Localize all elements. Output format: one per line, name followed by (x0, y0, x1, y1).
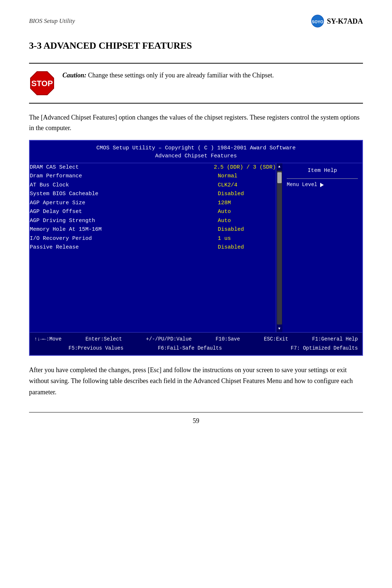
scroll-down-arrow[interactable]: ▼ (278, 326, 280, 331)
list-item[interactable]: I/O Recovery Period 1 us (30, 234, 276, 243)
cmos-title-line2: Advanced Chipset Features (30, 152, 362, 161)
item-label-3: System BIOS Cacheable (30, 190, 98, 198)
page-footer: 59 (29, 412, 363, 426)
bios-title: BIOS Setup Utility (29, 16, 75, 26)
item-label-5: AGP Delay Offset (30, 208, 82, 216)
cmos-title-line1: CMOS Setup Utility – Copyright ( C ) 198… (30, 144, 362, 153)
item-label-0: DRAM CAS Select (30, 164, 79, 172)
item-label-7: Memory Hole At 15M-16M (30, 226, 102, 234)
footer-move-label: ↑↓→←:Move (34, 335, 62, 343)
cmos-footer-row-1: ↑↓→←:Move Enter:Select +/-/PU/PD:Value F… (34, 335, 358, 344)
footer-save-label: F10:Save (216, 335, 240, 343)
page-header: BIOS Setup Utility SOYO SY-K7ADA (29, 15, 363, 28)
footer-select-label: Enter:Select (85, 335, 122, 343)
logo-text: SY-K7ADA (327, 16, 363, 27)
item-value-5: Auto (218, 208, 276, 216)
menu-level-arrow-icon (320, 183, 324, 187)
item-value-6: Auto (218, 217, 276, 225)
item-label-9: Passive Release (30, 243, 79, 252)
cmos-body: DRAM CAS Select 2.5 (DDR) / 3 (SDR) Dram… (30, 163, 362, 332)
stop-sign-icon: STOP (29, 70, 55, 96)
cmos-box: CMOS Setup Utility – Copyright ( C ) 198… (29, 140, 363, 356)
item-label-2: AT Bus Clock (30, 181, 69, 190)
item-value-9: Disabled (218, 243, 276, 252)
item-label-8: I/O Recovery Period (30, 235, 92, 243)
footer-help-label: F1:General Help (312, 335, 358, 343)
caution-box: STOP Caution: Change these settings only… (29, 63, 363, 104)
list-item[interactable]: Passive Release Disabled (30, 243, 276, 252)
item-help-title: Item Help (287, 167, 358, 175)
svg-text:STOP: STOP (31, 79, 53, 88)
footer-prev-values: F5:Previous Values (69, 345, 123, 352)
soyo-logo-icon: SOYO (311, 15, 324, 28)
intro-text: The [Advanced Chipset Features] option c… (29, 112, 363, 133)
cmos-header: CMOS Setup Utility – Copyright ( C ) 198… (30, 141, 362, 163)
item-help-divider (287, 178, 358, 179)
item-label-1: Dram Performance (30, 172, 82, 181)
list-item[interactable]: AGP Aperture Size 128M (30, 199, 276, 208)
scrollbar-thumb[interactable] (277, 172, 282, 183)
footer-failsafe: F6:Fail-Safe Defaults (158, 345, 222, 352)
item-value-8: 1 us (218, 235, 276, 243)
caution-bold: Caution: (62, 72, 86, 79)
item-value-1: Normal (218, 172, 276, 181)
section-heading: 3-3 ADVANCED CHIPSET FEATURES (29, 39, 363, 53)
item-value-0: 2.5 (DDR) / 3 (SDR) (214, 164, 276, 172)
list-item[interactable]: DRAM CAS Select 2.5 (DDR) / 3 (SDR) (30, 163, 276, 172)
footer-esc-label: ESC:Exit (264, 335, 288, 343)
cmos-main: DRAM CAS Select 2.5 (DDR) / 3 (SDR) Dram… (30, 163, 282, 332)
cmos-entries: DRAM CAS Select 2.5 (DDR) / 3 (SDR) Dram… (30, 163, 276, 332)
list-item[interactable]: AT Bus Clock CLK2/4 (30, 181, 276, 190)
scrollbar-track (277, 171, 282, 325)
cmos-footer: ↑↓→←:Move Enter:Select +/-/PU/PD:Value F… (30, 332, 362, 355)
list-item[interactable]: AGP Driving Strength Auto (30, 217, 276, 226)
caution-body: Change these settings only if you are al… (86, 72, 274, 79)
list-item[interactable]: Memory Hole At 15M-16M Disabled (30, 225, 276, 234)
page-number: 59 (193, 417, 199, 424)
item-value-2: CLK2/4 (218, 181, 276, 190)
menu-level-label: Menu Level (287, 181, 317, 189)
item-value-7: Disabled (218, 226, 276, 234)
cmos-footer-row-2: F5:Previous Values F6:Fail-Safe Defaults… (34, 344, 358, 353)
item-label-6: AGP Driving Strength (30, 217, 95, 225)
footer-optimized: F7: Optimized Defaults (291, 345, 358, 352)
item-value-3: Disabled (218, 190, 276, 198)
svg-text:SOYO: SOYO (312, 20, 323, 24)
list-item[interactable]: AGP Delay Offset Auto (30, 208, 276, 217)
cmos-right-panel: Item Help Menu Level (282, 163, 362, 332)
after-text: After you have completed the changes, pr… (29, 365, 363, 398)
item-label-4: AGP Aperture Size (30, 199, 85, 208)
footer-value-label: +/-/PU/PD:Value (146, 335, 192, 343)
scroll-up-arrow[interactable]: ▲ (278, 164, 280, 169)
item-value-4: 128M (218, 199, 276, 208)
cmos-scrollbar[interactable]: ▲ ▼ (276, 163, 282, 332)
logo-area: SOYO SY-K7ADA (311, 15, 363, 28)
list-item[interactable]: System BIOS Cacheable Disabled (30, 190, 276, 199)
caution-text: Caution: Change these settings only if y… (62, 70, 274, 81)
list-item[interactable]: Dram Performance Normal (30, 172, 276, 181)
menu-level-row: Menu Level (287, 181, 358, 189)
